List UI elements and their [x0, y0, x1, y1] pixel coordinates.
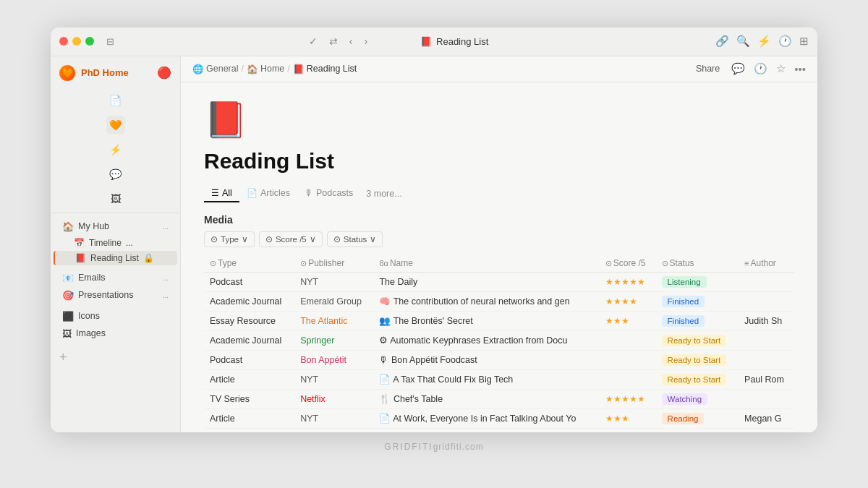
sidebar-item-images[interactable]: 🖼 Images — [54, 325, 177, 342]
cell-type: Article — [204, 369, 294, 389]
timeline-badge: ... — [126, 238, 133, 248]
back-button[interactable]: ✓ — [306, 34, 320, 48]
search-icon[interactable]: 🔍 — [736, 35, 750, 48]
cell-score: ★★★★ — [600, 291, 656, 311]
cell-name: The Daily — [373, 272, 599, 291]
breadcrumb-sep1: / — [241, 64, 243, 74]
star-icon[interactable]: ☆ — [776, 62, 786, 75]
cell-status: Listening — [656, 272, 739, 291]
filters: ⊙ Type ∨ ⊙ Score /5 ∨ ⊙ Status ∨ — [204, 231, 794, 247]
sidebar-item-emails[interactable]: 📧 Emails ... — [54, 270, 177, 286]
cell-type: TV Series — [204, 389, 294, 408]
current-breadcrumb-icon: 📕 — [293, 64, 305, 74]
table-row[interactable]: Podcast NYT The Daily ★★★★★ Listening — [204, 272, 794, 291]
table-row[interactable]: Podcast Bon Appétit 🎙 Bon Appétit Foodca… — [204, 350, 794, 369]
sidebar-icon-images[interactable]: 🖼 — [106, 189, 125, 208]
table-row[interactable]: Essay Resource The Atlantic 👥 The Brontë… — [204, 311, 794, 330]
tab-podcasts[interactable]: 🎙 Podcasts — [297, 185, 360, 202]
status-badge: Reading — [662, 413, 705, 424]
cell-type: Podcast — [204, 272, 294, 291]
title-bar: ⊟ ✓ ⇄ ‹ › 📕 Reading List 🔗 🔍 ⚡ 🕐 ⊞ — [51, 27, 817, 56]
back-nav-button[interactable]: ‹ — [346, 34, 356, 48]
sidebar-icon-active[interactable]: 🧡 — [106, 116, 125, 134]
table-header-row: ⊙Type ⊙Publisher 8αName ⊙Score /5 ⊙Statu… — [204, 254, 794, 273]
cell-name: 🎙 Bon Appétit Foodcast — [373, 350, 599, 369]
cell-name: 📄 A Tax That Could Fix Big Tech — [373, 369, 599, 389]
sidebar-emails-section: 📧 Emails ... 🎯 Presentations ... — [51, 267, 180, 306]
tab-more[interactable]: 3 more... — [360, 186, 407, 202]
status-badge: Finished — [662, 315, 705, 327]
clock-icon[interactable]: 🕐 — [778, 35, 792, 48]
workspace-name: PhD Home — [81, 67, 129, 78]
breadcrumb: 🌐 General / 🏠 Home / 📕 Reading List — [192, 64, 357, 74]
comment-icon[interactable]: 💬 — [731, 62, 745, 75]
footer-url: gridfiti.com — [433, 442, 484, 452]
cell-status: Finished — [656, 291, 739, 311]
filter-score[interactable]: ⊙ Score /5 ∨ — [259, 231, 323, 247]
sidebar-item-timeline[interactable]: 📅 Timeline ... — [54, 236, 177, 250]
sidebar-icon-comment[interactable]: 💬 — [106, 165, 125, 184]
cell-status: Reading — [656, 408, 739, 428]
timeline-label: Timeline — [89, 238, 122, 248]
cell-author: Megan G — [739, 408, 794, 428]
sidebar-item-presentations[interactable]: 🎯 Presentations ... — [54, 287, 177, 304]
content-toolbar: 🌐 General / 🏠 Home / 📕 Reading List — [181, 56, 817, 82]
toolbar-actions: Share 💬 🕐 ☆ ••• — [693, 62, 806, 75]
tab-articles[interactable]: 📄 Articles — [239, 185, 297, 202]
link-icon[interactable]: 🔗 — [715, 35, 729, 48]
cell-type: Academic Journal — [204, 330, 294, 350]
sidebar-item-readinglist[interactable]: 📕 Reading List 🔒 — [54, 251, 177, 265]
maximize-button[interactable] — [85, 37, 94, 46]
breadcrumb-sep2: / — [287, 64, 289, 74]
filter-score-label: Score /5 — [276, 235, 307, 244]
cell-author — [739, 291, 794, 311]
table-row[interactable]: Academic Journal Emerald Group 🧠 The con… — [204, 291, 794, 311]
filter-type[interactable]: ⊙ Type ∨ — [204, 231, 255, 247]
cell-name: 🍴 Chef's Table — [373, 389, 599, 408]
sidebar-my-hub-section: 🏠 My Hub ... 📅 Timeline ... 📕 Reading Li… — [51, 216, 180, 267]
cell-author — [739, 350, 794, 369]
grid-icon[interactable]: ⊞ — [799, 35, 809, 48]
table-row[interactable]: TV Series Netflix 🍴 Chef's Table ★★★★★ W… — [204, 389, 794, 408]
close-button[interactable] — [59, 37, 68, 46]
filter-status[interactable]: ⊙ Status ∨ — [327, 231, 383, 247]
workspace-breadcrumb-label: General — [206, 64, 238, 74]
cell-name: 🧠 The contribution of neural networks an… — [373, 291, 599, 311]
breadcrumb-home[interactable]: 🏠 Home — [247, 64, 284, 74]
table-row[interactable]: Article NYT 📄 At Work, Everyone Is in Fa… — [204, 408, 794, 428]
table-row[interactable]: Article NYT 📄 A Tax That Could Fix Big T… — [204, 369, 794, 389]
tab-all-label: All — [222, 188, 232, 198]
share-button[interactable]: Share — [693, 62, 723, 75]
readinglist-icon: 📕 — [75, 253, 86, 263]
more-icon[interactable]: ••• — [794, 63, 806, 75]
add-page-button[interactable]: + — [51, 347, 180, 368]
forward-button2[interactable]: ⇄ — [326, 34, 341, 48]
minimize-button[interactable] — [72, 37, 81, 46]
workspace-icon: 🧡 — [59, 65, 75, 81]
status-badge: Ready to Start — [662, 335, 727, 346]
sidebar-item-icons[interactable]: ⬛ Icons — [54, 308, 177, 325]
breadcrumb-workspace[interactable]: 🌐 General — [192, 64, 238, 74]
col-status: ⊙Status — [656, 254, 739, 273]
table-row[interactable]: Academic Journal Springer ⚙ Automatic Ke… — [204, 330, 794, 350]
sidebar-icon-doc[interactable]: 📄 — [106, 91, 125, 110]
title-text: Reading List — [436, 36, 488, 47]
tab-all[interactable]: ☰ All — [204, 185, 239, 202]
cell-score: ★★★ — [600, 311, 656, 330]
cell-publisher: The Atlantic — [294, 311, 373, 330]
readinglist-label: Reading List — [90, 253, 139, 263]
cell-name: ⚙ Automatic Keyphrases Extraction from D… — [373, 330, 599, 350]
sidebar-toggle-icon[interactable]: ⊟ — [103, 34, 117, 48]
cell-type: Article — [204, 408, 294, 428]
sidebar-item-myhub[interactable]: 🏠 My Hub ... — [54, 218, 177, 235]
history-icon[interactable]: 🕐 — [754, 62, 767, 75]
sidebar-icon-lightning[interactable]: ⚡ — [106, 140, 125, 159]
cell-type: Essay Resource — [204, 311, 294, 330]
tab-podcasts-label: Podcasts — [316, 188, 353, 198]
flash-icon[interactable]: ⚡ — [757, 35, 771, 48]
cell-score — [600, 350, 656, 369]
main-layout: 🧡 PhD Home 🔴 📄 🧡 ⚡ 💬 🖼 🏠 My Hub ... 📅 — [51, 56, 817, 432]
forward-nav-button[interactable]: › — [362, 34, 371, 48]
emails-badge: ... — [163, 274, 169, 282]
cell-status: Ready to Start — [656, 330, 739, 350]
